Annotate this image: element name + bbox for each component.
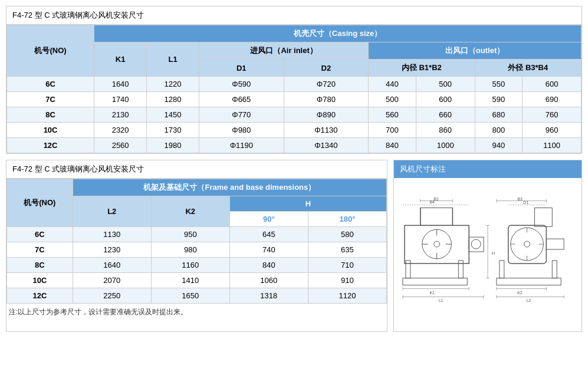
cell-h180: 910 [308,273,386,288]
svg-point-38 [511,228,544,261]
casing-size-header: 机壳尺寸（Casing size） [94,25,582,42]
col-l1-header: L1 [147,42,199,77]
table1-section: F4-72 型 C 式玻璃钢离心风机安装尺寸 机号(NO) 机壳尺寸（Casin… [6,6,582,154]
diagram-panel: 风机尺寸标注 [393,160,582,332]
cell-b3: 550 [475,77,523,92]
table1-title: F4-72 型 C 式玻璃钢离心风机安装尺寸 [6,6,582,25]
cell-b1: 440 [369,77,416,92]
svg-rect-45 [534,208,552,227]
cell-k2: 1650 [151,288,229,304]
cell-no: 7C [7,92,94,107]
cell-l2: 2070 [73,273,151,288]
table1: 机号(NO) 机壳尺寸（Casing size） K1 L1 进风口（Air i… [6,25,582,153]
col-no2-header: 机号(NO) [7,179,73,227]
col-90-header: 90° [229,212,308,227]
cell-l1: 1220 [147,77,199,92]
col-no-header: 机号(NO) [7,25,94,77]
cell-l2: 1130 [73,227,151,242]
cell-no2: 10C [7,273,73,288]
cell-b1: 840 [369,138,416,153]
cell-b2: 500 [416,77,475,92]
cell-b2: 1000 [416,138,475,153]
cell-k1: 2320 [94,123,147,138]
table-row: 7C 1230 980 740 635 [7,242,387,258]
cell-d2: Φ780 [284,92,369,107]
col-h-header: H [229,196,386,212]
cell-b3: 590 [475,92,523,107]
col-l2-header: L2 [73,196,151,227]
cell-b2: 860 [416,123,475,138]
cell-l1: 1280 [147,92,199,107]
svg-rect-35 [500,261,504,278]
cell-k2: 1160 [151,258,229,273]
col-d1-header: D1 [199,60,284,77]
cell-d1: Φ1190 [199,138,284,153]
cell-no2: 8C [7,258,73,273]
diagram-title: 风机尺寸标注 [394,160,582,178]
cell-h180: 580 [308,227,386,242]
cell-l1: 1730 [147,123,199,138]
table2-section: F4-72 型 C 式玻璃钢离心风机安装尺寸 机号(NO) 机架及基础尺寸（Fr… [6,160,387,332]
col-180-header: 180° [308,212,386,227]
cell-k2: 1410 [151,273,229,288]
svg-text:B3: B3 [517,197,523,201]
svg-point-5 [434,241,440,247]
cell-no: 12C [7,138,94,153]
cell-b4: 690 [523,92,582,107]
cell-h90: 1318 [229,288,308,304]
cell-b2: 600 [416,92,475,107]
inner-b1b2-header: 内径 B1*B2 [369,60,475,77]
outer-b3b4-header: 外径 B3*B4 [475,60,581,77]
frame-base-header: 机架及基础尺寸（Frame and base dimensions） [73,179,386,196]
table-row: 10C 2070 1410 1060 910 [7,273,387,288]
table-row: 8C 1640 1160 840 710 [7,258,387,273]
svg-rect-37 [508,225,547,264]
cell-no2: 12C [7,288,73,304]
table2-title: F4-72 型 C 式玻璃钢离心风机安装尺寸 [6,160,387,179]
table-row: 8C 2130 1450 Φ770 Φ890 560 660 680 760 [7,107,582,123]
svg-rect-36 [552,261,557,278]
svg-point-39 [524,241,530,247]
cell-b3: 940 [475,138,523,153]
cell-d2: Φ1340 [284,138,369,153]
table-row: 12C 2250 1650 1318 1120 [7,288,387,304]
cell-d2: Φ1130 [284,123,369,138]
cell-b3: 800 [475,123,523,138]
cell-h90: 840 [229,258,308,273]
cell-b2: 660 [416,107,475,123]
svg-text:L2: L2 [527,298,531,302]
cell-b4: 760 [523,107,582,123]
cell-h180: 635 [308,242,386,258]
note: 注:以上尺寸为参考尺寸，设计需要准确无误及时提出来。 [6,304,387,318]
cell-b4: 1100 [523,138,582,153]
cell-k1: 2130 [94,107,147,123]
svg-text:H: H [492,251,495,255]
col-d2-header: D2 [284,60,369,77]
cell-h90: 1060 [229,273,308,288]
col-k1-header: K1 [94,42,147,77]
table-row: 10C 2320 1730 Φ980 Φ1130 700 860 800 960 [7,123,582,138]
cell-l2: 2250 [73,288,151,304]
cell-b4: 960 [523,123,582,138]
cell-d1: Φ980 [199,123,284,138]
svg-point-11 [471,239,481,249]
fan-diagram-svg: B4 B2 H K1 [400,190,576,320]
diagram-area: B4 B2 H K1 [394,178,582,331]
cell-no2: 6C [7,227,73,242]
col-k2-header: K2 [151,196,229,227]
cell-b3: 680 [475,107,523,123]
svg-rect-44 [546,239,564,249]
cell-h180: 1120 [308,288,386,304]
cell-no: 8C [7,107,94,123]
air-inlet-header: 进风口（Air inlet） [199,42,369,60]
svg-rect-34 [497,278,561,285]
svg-text:B2: B2 [433,197,439,201]
cell-d2: Φ890 [284,107,369,123]
cell-b4: 600 [523,77,582,92]
svg-rect-13 [421,208,453,226]
cell-no: 6C [7,77,94,92]
table2: 机号(NO) 机架及基础尺寸（Frame and base dimensions… [6,179,387,304]
svg-rect-0 [403,278,467,285]
cell-l2: 1640 [73,258,151,273]
cell-l1: 1450 [147,107,199,123]
